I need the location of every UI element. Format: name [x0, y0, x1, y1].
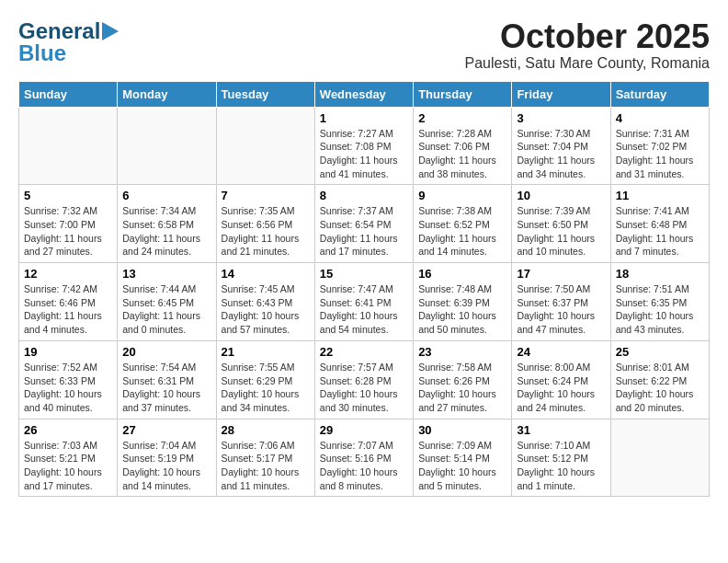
day-number: 30 — [418, 423, 506, 437]
weekday-header-saturday: Saturday — [610, 81, 709, 107]
weekday-header-monday: Monday — [118, 81, 216, 107]
calendar-cell: 14Sunrise: 7:45 AM Sunset: 6:43 PM Dayli… — [216, 263, 314, 341]
day-info: Sunrise: 7:35 AM Sunset: 6:56 PM Dayligh… — [222, 204, 310, 259]
day-number: 1 — [320, 111, 408, 125]
day-info: Sunrise: 7:55 AM Sunset: 6:29 PM Dayligh… — [222, 361, 310, 415]
calendar-cell: 17Sunrise: 7:50 AM Sunset: 6:37 PM Dayli… — [512, 263, 610, 341]
day-info: Sunrise: 7:48 AM Sunset: 6:39 PM Dayligh… — [418, 282, 506, 337]
day-number: 25 — [616, 345, 704, 359]
day-info: Sunrise: 7:42 AM Sunset: 6:46 PM Dayligh… — [24, 282, 112, 337]
weekday-header-friday: Friday — [512, 81, 610, 107]
day-number: 9 — [418, 189, 506, 202]
calendar-cell: 15Sunrise: 7:47 AM Sunset: 6:41 PM Dayli… — [314, 263, 413, 341]
calendar-cell: 4Sunrise: 7:31 AM Sunset: 7:02 PM Daylig… — [610, 107, 709, 185]
day-info: Sunrise: 8:01 AM Sunset: 6:22 PM Dayligh… — [616, 361, 704, 415]
day-number: 19 — [24, 345, 112, 359]
day-number: 27 — [122, 423, 210, 437]
weekday-header-tuesday: Tuesday — [216, 81, 314, 107]
calendar-cell: 16Sunrise: 7:48 AM Sunset: 6:39 PM Dayli… — [414, 263, 512, 341]
day-number: 18 — [616, 267, 704, 281]
weekday-header-row: SundayMondayTuesdayWednesdayThursdayFrid… — [19, 81, 710, 107]
calendar-cell: 31Sunrise: 7:10 AM Sunset: 5:12 PM Dayli… — [512, 419, 610, 497]
calendar-cell: 7Sunrise: 7:35 AM Sunset: 6:56 PM Daylig… — [216, 185, 314, 263]
day-info: Sunrise: 7:10 AM Sunset: 5:12 PM Dayligh… — [517, 439, 605, 493]
day-number: 5 — [24, 189, 112, 202]
calendar-week-4: 19Sunrise: 7:52 AM Sunset: 6:33 PM Dayli… — [19, 340, 710, 419]
calendar-week-1: 1Sunrise: 7:27 AM Sunset: 7:08 PM Daylig… — [19, 107, 710, 185]
calendar-cell — [610, 419, 709, 497]
calendar-week-2: 5Sunrise: 7:32 AM Sunset: 7:00 PM Daylig… — [19, 185, 710, 263]
calendar-cell: 9Sunrise: 7:38 AM Sunset: 6:52 PM Daylig… — [414, 185, 512, 263]
calendar-body: 1Sunrise: 7:27 AM Sunset: 7:08 PM Daylig… — [19, 107, 710, 497]
day-number: 16 — [418, 267, 506, 281]
title-block: October 2025 Paulesti, Satu Mare County,… — [465, 18, 711, 72]
calendar-cell — [118, 107, 216, 185]
day-number: 4 — [616, 111, 704, 125]
day-info: Sunrise: 7:03 AM Sunset: 5:21 PM Dayligh… — [24, 439, 112, 493]
calendar-cell: 11Sunrise: 7:41 AM Sunset: 6:48 PM Dayli… — [610, 185, 709, 263]
day-number: 28 — [222, 423, 310, 437]
day-number: 14 — [222, 267, 310, 281]
calendar-cell: 29Sunrise: 7:07 AM Sunset: 5:16 PM Dayli… — [314, 419, 413, 497]
day-number: 8 — [320, 189, 408, 202]
day-info: Sunrise: 7:30 AM Sunset: 7:04 PM Dayligh… — [517, 127, 605, 181]
calendar-cell — [216, 107, 314, 185]
day-info: Sunrise: 7:57 AM Sunset: 6:28 PM Dayligh… — [320, 361, 408, 415]
day-info: Sunrise: 7:39 AM Sunset: 6:50 PM Dayligh… — [517, 204, 605, 259]
day-number: 15 — [320, 267, 408, 281]
calendar-cell: 25Sunrise: 8:01 AM Sunset: 6:22 PM Dayli… — [610, 340, 709, 419]
day-info: Sunrise: 7:58 AM Sunset: 6:26 PM Dayligh… — [418, 361, 506, 415]
calendar-cell: 5Sunrise: 7:32 AM Sunset: 7:00 PM Daylig… — [19, 185, 118, 263]
page-header: General Blue October 2025 Paulesti, Satu… — [18, 18, 710, 72]
location-subtitle: Paulesti, Satu Mare County, Romania — [465, 55, 711, 72]
day-info: Sunrise: 7:31 AM Sunset: 7:02 PM Dayligh… — [616, 127, 704, 181]
day-number: 12 — [24, 267, 112, 281]
calendar-cell: 2Sunrise: 7:28 AM Sunset: 7:06 PM Daylig… — [414, 107, 512, 185]
day-info: Sunrise: 7:34 AM Sunset: 6:58 PM Dayligh… — [122, 204, 210, 259]
calendar-cell: 21Sunrise: 7:55 AM Sunset: 6:29 PM Dayli… — [216, 340, 314, 419]
day-number: 6 — [122, 189, 210, 202]
calendar-cell: 8Sunrise: 7:37 AM Sunset: 6:54 PM Daylig… — [314, 185, 413, 263]
day-number: 24 — [517, 345, 605, 359]
day-number: 7 — [222, 189, 310, 202]
calendar-cell: 6Sunrise: 7:34 AM Sunset: 6:58 PM Daylig… — [118, 185, 216, 263]
day-info: Sunrise: 7:27 AM Sunset: 7:08 PM Dayligh… — [320, 127, 408, 181]
calendar-cell: 28Sunrise: 7:06 AM Sunset: 5:17 PM Dayli… — [216, 419, 314, 497]
calendar-cell: 3Sunrise: 7:30 AM Sunset: 7:04 PM Daylig… — [512, 107, 610, 185]
logo-blue: Blue — [18, 40, 66, 66]
calendar-header: SundayMondayTuesdayWednesdayThursdayFrid… — [19, 81, 710, 107]
calendar-cell: 27Sunrise: 7:04 AM Sunset: 5:19 PM Dayli… — [118, 419, 216, 497]
day-number: 21 — [222, 345, 310, 359]
calendar-cell: 23Sunrise: 7:58 AM Sunset: 6:26 PM Dayli… — [414, 340, 512, 419]
calendar-cell: 20Sunrise: 7:54 AM Sunset: 6:31 PM Dayli… — [118, 340, 216, 419]
calendar-cell: 24Sunrise: 8:00 AM Sunset: 6:24 PM Dayli… — [512, 340, 610, 419]
calendar-cell: 1Sunrise: 7:27 AM Sunset: 7:08 PM Daylig… — [314, 107, 413, 185]
day-number: 20 — [122, 345, 210, 359]
calendar-cell: 19Sunrise: 7:52 AM Sunset: 6:33 PM Dayli… — [19, 340, 118, 419]
calendar-cell: 18Sunrise: 7:51 AM Sunset: 6:35 PM Dayli… — [610, 263, 709, 341]
day-info: Sunrise: 7:38 AM Sunset: 6:52 PM Dayligh… — [418, 204, 506, 259]
day-number: 23 — [418, 345, 506, 359]
calendar-cell: 22Sunrise: 7:57 AM Sunset: 6:28 PM Dayli… — [314, 340, 413, 419]
calendar-week-5: 26Sunrise: 7:03 AM Sunset: 5:21 PM Dayli… — [19, 419, 710, 497]
day-number: 29 — [320, 423, 408, 437]
day-number: 11 — [616, 189, 704, 202]
day-info: Sunrise: 7:32 AM Sunset: 7:00 PM Dayligh… — [24, 204, 112, 259]
day-number: 2 — [418, 111, 506, 125]
logo-arrow-icon — [102, 22, 119, 40]
calendar-cell: 10Sunrise: 7:39 AM Sunset: 6:50 PM Dayli… — [512, 185, 610, 263]
day-number: 26 — [24, 423, 112, 437]
weekday-header-thursday: Thursday — [414, 81, 512, 107]
month-title: October 2025 — [465, 18, 711, 55]
calendar-cell: 26Sunrise: 7:03 AM Sunset: 5:21 PM Dayli… — [19, 419, 118, 497]
day-info: Sunrise: 7:28 AM Sunset: 7:06 PM Dayligh… — [418, 127, 506, 181]
calendar-week-3: 12Sunrise: 7:42 AM Sunset: 6:46 PM Dayli… — [19, 263, 710, 341]
day-info: Sunrise: 7:50 AM Sunset: 6:37 PM Dayligh… — [517, 282, 605, 337]
calendar-cell: 30Sunrise: 7:09 AM Sunset: 5:14 PM Dayli… — [414, 419, 512, 497]
day-info: Sunrise: 7:52 AM Sunset: 6:33 PM Dayligh… — [24, 361, 112, 415]
calendar-cell: 13Sunrise: 7:44 AM Sunset: 6:45 PM Dayli… — [118, 263, 216, 341]
day-info: Sunrise: 7:45 AM Sunset: 6:43 PM Dayligh… — [222, 282, 310, 337]
weekday-header-wednesday: Wednesday — [314, 81, 413, 107]
day-info: Sunrise: 7:06 AM Sunset: 5:17 PM Dayligh… — [222, 439, 310, 493]
day-info: Sunrise: 7:04 AM Sunset: 5:19 PM Dayligh… — [122, 439, 210, 493]
